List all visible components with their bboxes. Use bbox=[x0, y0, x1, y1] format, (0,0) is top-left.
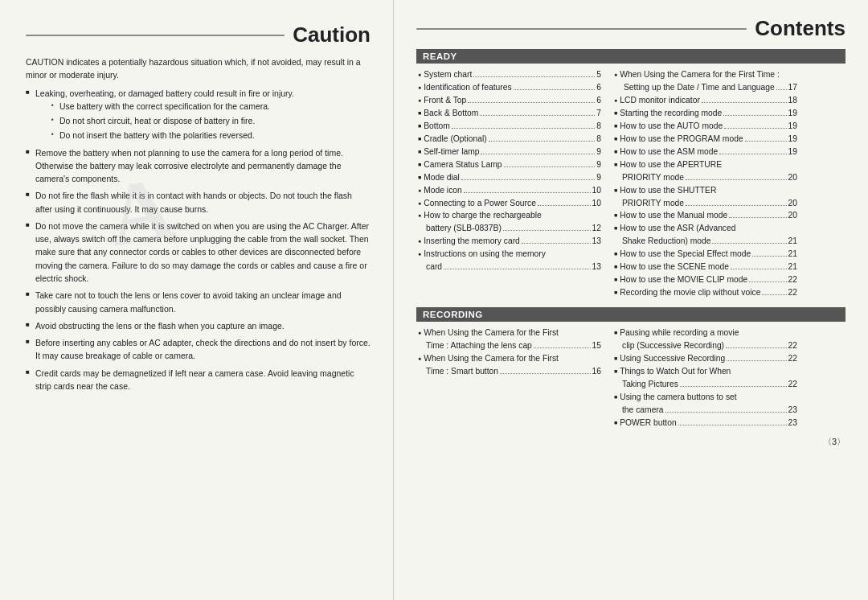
caution-list: Leaking, overheating, or damaged battery… bbox=[26, 87, 371, 393]
page-number: 〈3〉 bbox=[416, 436, 845, 448]
toc-dots bbox=[665, 412, 787, 413]
toc-item: Pausing while recording a movie bbox=[612, 327, 797, 339]
toc-text: PRIORITY mode bbox=[622, 171, 684, 184]
toc-item: Starting the recording mode19 bbox=[612, 107, 797, 120]
ready-columns: System chart5Identification of features6… bbox=[416, 68, 845, 299]
toc-text: Things to Watch Out for When bbox=[620, 365, 731, 378]
toc-item: How to use the AUTO mode19 bbox=[612, 120, 797, 133]
toc-dots bbox=[680, 386, 787, 387]
toc-page: 10 bbox=[592, 197, 601, 210]
caution-header: Caution bbox=[26, 23, 371, 47]
toc-dots bbox=[719, 154, 786, 154]
toc-dots bbox=[500, 373, 590, 374]
toc-item: Back & Bottom7 bbox=[416, 107, 601, 120]
toc-page: 22 bbox=[788, 339, 797, 352]
toc-dots bbox=[712, 243, 786, 244]
toc-item: POWER button23 bbox=[612, 417, 797, 429]
toc-item: Mode icon10 bbox=[416, 184, 601, 197]
toc-item: Identification of features6 bbox=[416, 81, 601, 94]
toc-item: Connecting to a Power Source10 bbox=[416, 197, 601, 210]
toc-dots bbox=[538, 205, 591, 206]
recording-columns: When Using the Camera for the FirstTime … bbox=[416, 327, 845, 429]
toc-page: 19 bbox=[788, 107, 797, 120]
toc-item: Using the camera buttons to set bbox=[612, 391, 797, 404]
toc-page: 8 bbox=[596, 120, 601, 133]
toc-dots bbox=[729, 217, 786, 218]
toc-text: How to use the Special Effect mode bbox=[620, 248, 751, 261]
toc-text: How to charge the rechargeable bbox=[424, 209, 542, 222]
caution-item: Before inserting any cables or AC adapte… bbox=[26, 336, 371, 363]
toc-dots bbox=[468, 102, 595, 103]
toc-text: Pausing while recording a movie bbox=[620, 327, 739, 339]
toc-dots bbox=[522, 243, 591, 244]
toc-dots bbox=[503, 230, 591, 231]
toc-dots bbox=[444, 269, 591, 269]
toc-item: When Using the Camera for the First bbox=[416, 352, 601, 365]
toc-page: 21 bbox=[788, 248, 797, 261]
toc-page: 17 bbox=[788, 81, 797, 94]
recording-section-box: RECORDING bbox=[416, 307, 845, 322]
toc-dots bbox=[678, 425, 787, 425]
toc-page: 23 bbox=[788, 417, 797, 429]
caution-item: Avoid obstructing the lens or the flash … bbox=[26, 319, 371, 332]
toc-dots bbox=[752, 256, 786, 257]
toc-item: How to use the ASM mode19 bbox=[612, 146, 797, 158]
toc-dots bbox=[514, 89, 596, 90]
toc-page: 20 bbox=[788, 197, 797, 210]
toc-item: card13 bbox=[416, 261, 601, 273]
ready-col-left: System chart5Identification of features6… bbox=[416, 68, 601, 299]
toc-item: Things to Watch Out for When bbox=[612, 365, 797, 378]
toc-item: When Using the Camera for the First bbox=[416, 327, 601, 339]
toc-text: clip (Successive Recording) bbox=[622, 339, 724, 352]
contents-title: Contents bbox=[755, 16, 845, 41]
toc-text: Camera Status Lamp bbox=[424, 158, 502, 171]
toc-text: How to use the ASR (Advanced bbox=[620, 222, 735, 235]
toc-text: Back & Bottom bbox=[424, 107, 478, 120]
toc-page: 9 bbox=[596, 158, 601, 171]
toc-item: How to use the ASR (Advanced bbox=[612, 222, 797, 235]
toc-dots bbox=[452, 128, 595, 129]
toc-text: Time : Smart button bbox=[426, 365, 498, 378]
toc-dots bbox=[686, 179, 786, 180]
toc-item: System chart5 bbox=[416, 68, 601, 81]
toc-text: Inserting the memory card bbox=[424, 235, 520, 248]
toc-item: Inserting the memory card13 bbox=[416, 235, 601, 248]
toc-item: Time : Attaching the lens cap15 bbox=[416, 339, 601, 352]
toc-text: Time : Attaching the lens cap bbox=[426, 339, 532, 352]
toc-dots bbox=[481, 154, 595, 154]
toc-dots bbox=[726, 347, 786, 348]
caution-item: Remove the battery when not planning to … bbox=[26, 146, 371, 186]
toc-text: Using the camera buttons to set bbox=[620, 391, 736, 404]
toc-dots bbox=[504, 166, 596, 167]
toc-item: the camera23 bbox=[612, 404, 797, 417]
toc-dots bbox=[489, 141, 596, 142]
toc-item: Shake Reduction) mode21 bbox=[612, 235, 797, 248]
toc-dots bbox=[731, 269, 787, 269]
toc-dots bbox=[724, 128, 786, 129]
toc-item: Setting up the Date / Time and Language1… bbox=[612, 81, 797, 94]
toc-page: 13 bbox=[592, 261, 601, 273]
contents-section: Contents READY System chart5Identificati… bbox=[394, 0, 868, 600]
toc-text: When Using the Camera for the First bbox=[424, 352, 559, 365]
toc-page: 13 bbox=[592, 235, 601, 248]
toc-page: 19 bbox=[788, 133, 797, 146]
toc-page: 19 bbox=[788, 120, 797, 133]
toc-text: When Using the Camera for the First Time… bbox=[620, 68, 780, 81]
toc-text: Shake Reduction) mode bbox=[622, 235, 710, 248]
toc-text: LCD monitor indicator bbox=[620, 94, 700, 107]
contents-header: Contents bbox=[416, 16, 845, 41]
caution-item: Credit cards may be demagnetized if left… bbox=[26, 367, 371, 393]
toc-item: Taking Pictures22 bbox=[612, 378, 797, 391]
caution-item: Take care not to touch the lens or lens … bbox=[26, 289, 371, 315]
toc-dots bbox=[702, 102, 787, 103]
toc-dots bbox=[534, 347, 591, 348]
toc-item: How to use the PROGRAM mode19 bbox=[612, 133, 797, 146]
toc-page: 8 bbox=[596, 133, 601, 146]
toc-dots bbox=[762, 294, 786, 295]
toc-text: PRIORITY mode bbox=[622, 197, 684, 210]
toc-text: How to use the MOVIE CLIP mode bbox=[620, 273, 747, 286]
toc-item: Recording the movie clip without voice22 bbox=[612, 286, 797, 299]
caution-sub-item: Do not insert the battery with the polar… bbox=[51, 129, 371, 142]
toc-item: How to use the Special Effect mode21 bbox=[612, 248, 797, 261]
toc-text: How to use the APERTURE bbox=[620, 158, 722, 171]
